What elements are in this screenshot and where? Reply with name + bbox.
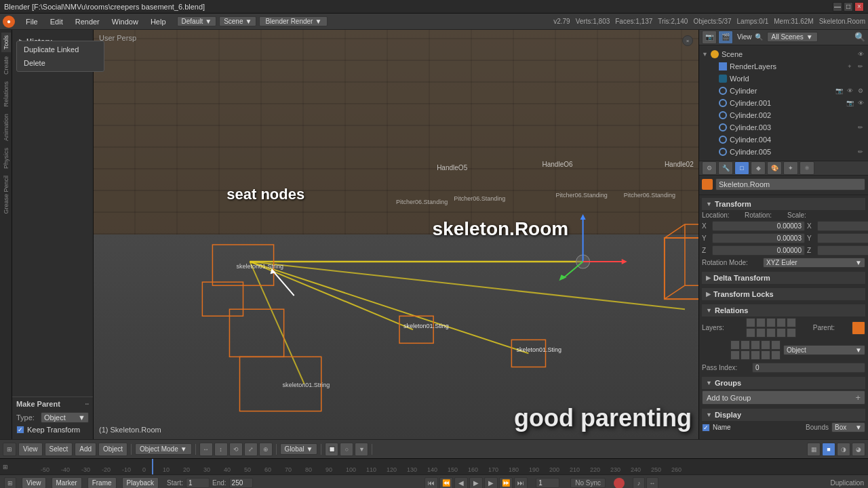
loc-x-field[interactable] [712,221,805,231]
props-btn-obj-active[interactable]: □ [734,161,749,175]
groups-header[interactable]: ▼ Groups [702,377,865,389]
display-name-checkbox[interactable]: ✓ [702,424,710,432]
tab-physics[interactable]: Physics [1,145,11,171]
layer-16[interactable] [730,350,740,360]
maximize-button[interactable]: □ [844,2,853,12]
shading-mat[interactable]: ◑ [837,443,850,456]
layer-18[interactable] [751,350,760,360]
sb-view-btn[interactable]: View [22,477,46,488]
proportional-btn[interactable]: ○ [340,443,353,456]
play-next-key[interactable]: ⏩ [499,477,513,489]
scene-restrict-view[interactable]: 👁 [856,49,865,59]
start-frame-input[interactable] [186,478,210,488]
transform-btn-3[interactable]: ⟲ [229,443,243,456]
rotation-mode-dropdown[interactable]: XYZ Euler ▼ [763,258,865,268]
tab-relations[interactable]: Relations [1,79,11,110]
timeline-editor-icon[interactable]: ⊞ [3,464,8,470]
layer-14[interactable] [761,340,770,350]
active-object-name-input[interactable] [715,178,865,190]
cyl-restrict-render[interactable]: 📷 [834,86,844,96]
add-to-group-button[interactable]: Add to Group + [702,390,865,405]
menu-edit[interactable]: Edit [45,16,68,27]
transform-btn-2[interactable]: ↕ [214,443,228,456]
current-frame-input[interactable] [536,478,559,488]
transform-btn-4[interactable]: ⤢ [244,443,258,456]
cyl001-view[interactable]: 👁 [856,98,865,108]
layout-dropdown[interactable]: Default▼ [177,16,217,26]
transform-btn-5[interactable]: ⊕ [259,443,273,456]
props-btn-2[interactable]: 🔧 [718,161,733,175]
transform-space-dropdown[interactable]: Global ▼ [280,443,318,455]
layer-10[interactable] [787,328,796,338]
tree-item-world[interactable]: World [699,73,868,85]
timeline-ruler[interactable]: -50 -40 -30 -20 -10 0 10 20 30 40 50 60 … [41,459,868,474]
layer-2[interactable] [756,318,766,327]
props-btn-1[interactable]: ⚙ [702,161,717,175]
pass-index-input[interactable] [752,363,865,373]
layer-5[interactable] [787,318,796,327]
snap-btn[interactable]: 🔲 [325,443,338,456]
tree-item-cylinder001[interactable]: Cylinder.001 📷 👁 [699,97,868,109]
cyl-restrict-select[interactable]: ⚙ [856,86,865,96]
play-jump-end[interactable]: ⏭ [514,477,528,489]
window-controls[interactable]: — □ × [833,2,864,12]
sb-marker-btn[interactable]: Marker [52,477,82,488]
bottom-select-btn[interactable]: Select [45,443,73,456]
props-btn-mat[interactable]: ◆ [751,161,766,175]
viewport-3d[interactable]: skeleton01.String skeleton01.Sting skele… [94,30,698,439]
view-search[interactable]: 🔍 [755,33,763,41]
no-sync-dropdown[interactable]: No Sync [570,478,606,488]
rp-btn-scene[interactable]: 🎬 [718,30,733,44]
sb-frame-btn[interactable]: Frame [87,477,117,488]
keep-transform-checkbox[interactable]: ✓ [16,426,24,434]
layer-15[interactable] [771,340,781,350]
play-button[interactable]: ▶ [469,477,483,489]
interaction-mode-dropdown[interactable]: Object Mode ▼ [135,443,192,455]
layer-8[interactable] [766,328,776,338]
layer-1[interactable] [746,318,755,327]
play-prev-frame[interactable]: ◀ [454,477,468,489]
layer-6[interactable] [746,328,755,338]
shading-render[interactable]: ◕ [852,443,865,456]
shading-solid[interactable]: ■ [822,443,835,456]
tab-grease-pencil[interactable]: Grease Pencil [1,173,11,217]
bottom-add-btn[interactable]: Add [75,443,96,456]
timeline-playhead[interactable] [152,459,153,474]
tree-item-scene[interactable]: ▼ Scene 👁 [699,48,868,60]
delta-transform-header[interactable]: ▶ Delta Transform [702,272,865,284]
cm-delete[interactable]: Delete [17,56,104,70]
layer-12[interactable] [741,340,750,350]
transform-btn-1[interactable]: ↔ [199,443,213,456]
transform-locks-header[interactable]: ▶ Transform Locks [702,288,865,300]
type-dropdown[interactable]: Object ▼ [41,412,89,423]
layer-4[interactable] [776,318,786,327]
shading-wire[interactable]: ▦ [807,443,821,456]
menu-file[interactable]: File [20,16,43,27]
close-view-button[interactable]: × [682,35,693,46]
cyl-restrict-view[interactable]: 👁 [845,86,854,96]
record-button[interactable] [614,478,625,489]
tree-item-renderlayers[interactable]: RenderLayers + ✏ [699,60,868,73]
tab-create[interactable]: Create [1,54,11,77]
minimize-button[interactable]: — [833,2,842,12]
layer-7[interactable] [756,328,766,338]
menu-help[interactable]: Help [145,16,172,27]
play-next-frame[interactable]: ▶ [484,477,498,489]
view-button[interactable]: View [737,33,752,41]
cyl001-render[interactable]: 📷 [845,98,854,108]
rl-add[interactable]: + [845,62,854,71]
menu-window[interactable]: Window [106,16,144,27]
sync-audio[interactable]: ↔ [646,477,658,489]
play-jump-start[interactable]: ⏮ [425,477,438,489]
loc-z-field[interactable] [712,245,805,256]
render-engine-dropdown[interactable]: Blender Render▼ [259,16,328,26]
loc-y-field[interactable] [712,233,805,243]
menu-render[interactable]: Render [70,16,105,27]
tree-item-cylinder[interactable]: Cylinder 📷 👁 ⚙ [699,85,868,97]
rp-btn-camera[interactable]: 📷 [702,30,717,44]
cyl005-edit[interactable]: ✏ [856,147,865,157]
props-btn-tex[interactable]: 🎨 [767,161,782,175]
props-btn-phys[interactable]: ⚛ [800,161,814,175]
props-btn-part[interactable]: ✦ [783,161,798,175]
display-header[interactable]: ▼ Display [702,409,865,421]
